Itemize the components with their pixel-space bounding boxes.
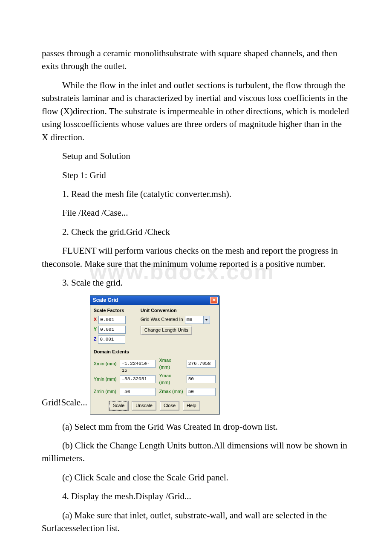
grid-created-in-value: mm [187,317,192,322]
paragraph: 4. Display the mesh.Display /Grid... [42,490,350,503]
paragraph: Setup and Solution [42,150,350,162]
paragraph: 3. Scale the grid. [42,276,350,289]
change-length-units-button[interactable]: Change Length Units [141,326,192,335]
scale-button[interactable]: Scale [109,401,129,410]
xmin-label: Xmin (mm) [94,361,117,367]
paragraph: (c) Click Scale and close the Scale Grid… [42,471,350,484]
domain-extents-group: Domain Extents Xmin (mm) -1.22461e-15 Xm… [94,349,216,396]
paragraph: While the flow in the inlet and outlet s… [42,79,350,144]
help-button[interactable]: Help [183,401,200,410]
paragraph: Step 1: Grid [42,169,350,182]
close-button[interactable]: Close [160,401,179,410]
scale-z-input[interactable]: 0.001 [98,335,125,344]
axis-y-label: Y [94,326,97,333]
document-content: passes through a ceramic monolithsubstra… [42,47,350,535]
scale-x-input[interactable]: 0.001 [98,316,126,324]
scale-grid-dialog: Scale Grid ✕ Scale Factors X 0.001 Y [90,295,219,414]
zmax-label: Zmax (mm) [159,388,183,395]
paragraph: 2. Check the grid.Grid /Check [42,225,350,238]
unit-conversion-label: Unit Conversion [141,307,216,314]
paragraph: passes through a ceramic monolithsubstra… [42,47,350,73]
zmin-label: Zmin (mm) [94,388,117,395]
dialog-titlebar: Scale Grid ✕ [90,296,219,305]
grid-created-in-select[interactable]: mm [185,316,210,324]
chevron-down-icon [203,316,210,324]
paragraph: 1. Read the mesh file (catalytic convert… [42,188,350,200]
paragraph: File /Read /Case... [42,206,350,219]
paragraph: (a) Make sure that inlet, outlet, substr… [42,509,350,535]
dialog-title: Scale Grid [93,297,118,304]
paragraph: (a) Select mm from the Grid Was Created … [42,420,350,433]
close-icon[interactable]: ✕ [210,297,218,304]
paragraph: FLUENT will perform various checks on th… [42,244,350,270]
ymin-value[interactable]: -58.32051 [120,375,156,383]
ymin-label: Ymin (mm) [94,376,117,383]
scale-factors-group: Scale Factors X 0.001 Y 0.001 Z [94,307,136,345]
axis-x-label: X [94,316,97,323]
unit-conversion-group: Unit Conversion Grid Was Created In mm [141,307,216,345]
ymax-value[interactable]: 50 [187,375,216,383]
ymax-label: Ymax (mm) [159,373,183,386]
zmin-value[interactable]: -50 [120,388,156,396]
xmax-label: Xmax (mm) [159,357,183,371]
figure-prefix-text: Grid!Scale... [42,396,87,414]
zmax-value[interactable]: 50 [187,388,216,396]
unscale-button[interactable]: Unscale [132,401,156,410]
xmax-value[interactable]: 276.7958 [187,360,216,368]
scale-y-input[interactable]: 0.001 [98,326,126,334]
paragraph: (b) Click the Change Length Units button… [42,439,350,465]
axis-z-label: Z [94,336,97,343]
domain-extents-label: Domain Extents [94,349,216,356]
scale-factors-label: Scale Factors [94,307,136,314]
grid-created-in-label: Grid Was Created In [141,316,183,323]
xmin-value[interactable]: -1.22461e-15 [120,360,156,368]
